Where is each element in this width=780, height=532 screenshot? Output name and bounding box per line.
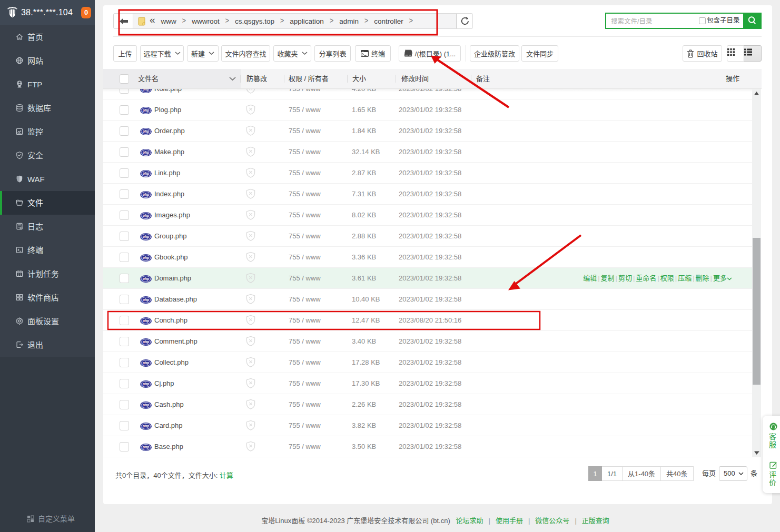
svg-text:php: php (142, 340, 149, 344)
svg-text:php: php (142, 214, 149, 218)
svg-text:php: php (142, 256, 149, 260)
svg-text:php: php (142, 445, 149, 449)
svg-text:php: php (142, 129, 149, 134)
svg-text:php: php (142, 361, 149, 365)
svg-text:php: php (142, 172, 149, 176)
svg-text:php: php (142, 424, 149, 428)
svg-text:php: php (142, 382, 149, 386)
svg-text:php: php (142, 108, 149, 113)
svg-text:php: php (142, 277, 149, 281)
svg-text:php: php (142, 193, 149, 197)
svg-text:php: php (142, 150, 149, 155)
svg-text:php: php (142, 298, 149, 302)
svg-text:php: php (142, 89, 149, 92)
svg-text:php: php (142, 235, 149, 239)
svg-text:php: php (142, 319, 149, 323)
svg-text:php: php (142, 403, 149, 407)
